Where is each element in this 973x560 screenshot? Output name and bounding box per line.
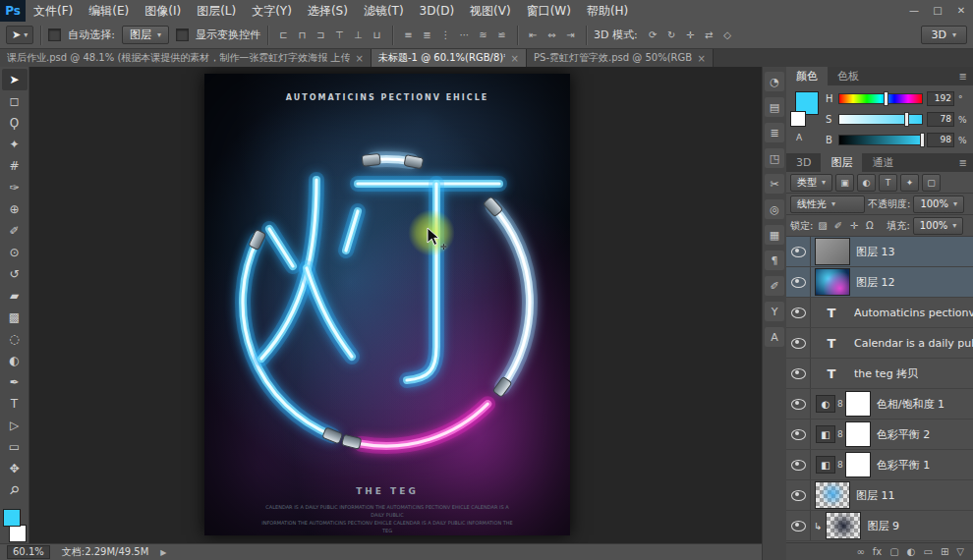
mask-link-icon[interactable]: 8 xyxy=(837,429,843,439)
adjustment-layer-icon[interactable]: ◧ xyxy=(816,425,835,443)
panel-tab[interactable]: 通道 xyxy=(862,153,903,172)
layer-visibility-toggle[interactable] xyxy=(786,267,811,297)
3d-mode-icon[interactable]: ◇ xyxy=(719,27,736,43)
layer-name[interactable]: 图层 13 xyxy=(856,245,895,259)
align-icon[interactable]: ⊐ xyxy=(313,27,329,43)
saturation-value[interactable]: 78 xyxy=(927,112,954,127)
lasso-tool[interactable]: Ϙ xyxy=(2,112,28,134)
eraser-tool[interactable]: ▰ xyxy=(2,285,28,307)
filter-adjustment-layers-icon[interactable]: ◐ xyxy=(857,174,876,192)
layer-row[interactable]: T the teg 拷贝 xyxy=(786,359,973,389)
add-mask-icon[interactable]: ▢ xyxy=(889,546,898,557)
canvas-area[interactable]: AUTOMATICINS PECTIONV EHICLE xyxy=(29,67,762,543)
channels-panel-icon[interactable]: ▦ xyxy=(765,225,784,245)
auto-select-checkbox[interactable] xyxy=(48,28,61,41)
layer-visibility-toggle[interactable] xyxy=(786,328,811,358)
clone-stamp-tool[interactable]: ⊙ xyxy=(2,242,28,263)
history-panel-icon[interactable]: ◔ xyxy=(765,72,784,91)
history-brush-tool[interactable]: ↺ xyxy=(2,263,28,285)
menu-item[interactable]: 编辑(E) xyxy=(81,0,137,22)
workspace-switcher[interactable]: 3D ▾ xyxy=(921,26,967,44)
align-icon[interactable]: ⊓ xyxy=(294,27,311,43)
maximize-button[interactable]: □ xyxy=(926,0,949,22)
layer-name[interactable]: 图层 9 xyxy=(867,519,899,533)
path-selection-tool[interactable]: ▷ xyxy=(2,415,28,436)
layer-visibility-toggle[interactable] xyxy=(786,389,811,419)
layer-thumbnail[interactable] xyxy=(815,481,850,509)
document-tab[interactable]: 未标题-1 @ 60.1%(RGB/8)* × xyxy=(372,49,527,67)
poster-document[interactable]: AUTOMATICINS PECTIONV EHICLE xyxy=(204,74,570,535)
blend-mode-dropdown[interactable]: 线性光 ▾ xyxy=(790,196,865,213)
layer-visibility-toggle[interactable] xyxy=(786,450,811,479)
layer-row[interactable]: ◧ 8 色彩平衡 2 xyxy=(786,420,973,450)
mask-link-icon[interactable]: 8 xyxy=(837,460,843,470)
layer-mask-thumbnail[interactable] xyxy=(845,391,871,417)
layer-name[interactable]: 色相/饱和度 1 xyxy=(877,397,944,412)
layer-name[interactable]: 色彩平衡 1 xyxy=(877,458,931,473)
status-options-arrow-icon[interactable]: ▶ xyxy=(160,548,166,557)
move-tool[interactable]: ➤ xyxy=(2,69,28,90)
distribute-icon[interactable]: ≌ xyxy=(493,27,510,43)
crop-tool[interactable]: # xyxy=(2,155,28,177)
align-icon[interactable]: ⊔ xyxy=(369,27,385,43)
filter-smart-objects-icon[interactable]: ▢ xyxy=(922,174,941,192)
lock-transparency-icon[interactable]: ▨ xyxy=(816,220,829,231)
paragraph-panel-icon[interactable]: ¶ xyxy=(765,251,784,270)
lock-all-icon[interactable]: Ω xyxy=(863,220,876,231)
layer-visibility-toggle[interactable] xyxy=(786,237,811,266)
panel-menu-icon[interactable]: ≣ xyxy=(959,67,973,85)
quick-selection-tool[interactable]: ✦ xyxy=(2,134,28,155)
layer-name[interactable]: the teg 拷贝 xyxy=(854,366,918,381)
3d-mode-icon[interactable]: ↻ xyxy=(663,27,680,43)
distribute-icon[interactable]: ⋮ xyxy=(437,27,454,43)
slider-thumb[interactable] xyxy=(904,112,909,127)
layer-visibility-toggle[interactable] xyxy=(786,298,811,327)
hue-slider[interactable] xyxy=(838,93,923,104)
distribute-icon[interactable]: ≣ xyxy=(419,27,435,43)
fill-field[interactable]: 100% ▾ xyxy=(913,217,964,235)
menu-item[interactable]: 选择(S) xyxy=(300,0,356,22)
menu-item[interactable]: 帮助(H) xyxy=(579,0,636,22)
new-group-icon[interactable]: ▭ xyxy=(923,546,932,557)
slider-thumb[interactable] xyxy=(920,133,925,147)
adjustment-layer-icon[interactable]: ◐ xyxy=(816,395,835,413)
zoom-level-field[interactable]: 60.1% xyxy=(7,545,50,559)
layer-row[interactable]: ◧ 8 色彩平衡 1 xyxy=(786,450,973,480)
lock-pixels-icon[interactable]: ✐ xyxy=(831,220,844,231)
background-color-swatch[interactable] xyxy=(9,525,27,542)
panel-tab[interactable]: 3D xyxy=(786,153,821,172)
background-color-swatch[interactable] xyxy=(790,111,806,127)
layer-name[interactable]: 图层 12 xyxy=(856,275,895,290)
layer-row[interactable]: 图层 12 xyxy=(786,267,973,298)
distribute-icon[interactable]: ≡ xyxy=(400,27,417,43)
new-layer-icon[interactable]: ⊞ xyxy=(941,546,948,557)
layer-thumbnail[interactable] xyxy=(826,512,861,539)
3d-mode-icon[interactable]: ⇄ xyxy=(701,27,717,43)
panel-tab[interactable]: 色板 xyxy=(828,67,869,85)
distribute-icon[interactable]: ≋ xyxy=(475,27,491,43)
filter-shape-layers-icon[interactable]: ✦ xyxy=(900,174,919,192)
adjustment-layer-icon[interactable]: ◧ xyxy=(816,456,835,474)
delete-layer-icon[interactable]: ▽ xyxy=(956,546,964,557)
gradient-tool[interactable]: ▩ xyxy=(2,307,28,328)
tab-close-icon[interactable]: × xyxy=(698,53,706,64)
layer-row[interactable]: T Automaticins pectionv eh... xyxy=(786,298,973,328)
layer-filter-dropdown[interactable]: 类型 ▾ xyxy=(790,174,832,192)
filter-pixel-layers-icon[interactable]: ▣ xyxy=(835,174,854,192)
panel-tab[interactable]: 图层 xyxy=(821,153,862,172)
eyedropper-tool[interactable]: ✑ xyxy=(2,177,28,198)
menu-item[interactable]: 3D(D) xyxy=(412,0,462,22)
zoom-tool[interactable]: ⚲ xyxy=(2,479,28,501)
3d-mode-icon[interactable]: ✛ xyxy=(682,27,699,43)
rectangle-tool[interactable]: ▭ xyxy=(2,436,28,458)
menu-item[interactable]: 图像(I) xyxy=(137,0,189,22)
slice-panel-icon[interactable]: ✂ xyxy=(765,174,784,194)
distribute-icon[interactable]: ⋯ xyxy=(456,27,473,43)
type-tool[interactable]: T xyxy=(2,393,28,415)
layer-row[interactable]: 图层 11 xyxy=(786,480,973,511)
align-icon[interactable]: ⊏ xyxy=(275,27,292,43)
layer-row[interactable]: ↳ 图层 9 xyxy=(786,511,973,541)
rectangular-marquee-tool[interactable]: ◻ xyxy=(2,90,28,112)
hand-tool[interactable]: ✥ xyxy=(2,458,28,479)
menu-item[interactable]: 图层(L) xyxy=(189,0,244,22)
